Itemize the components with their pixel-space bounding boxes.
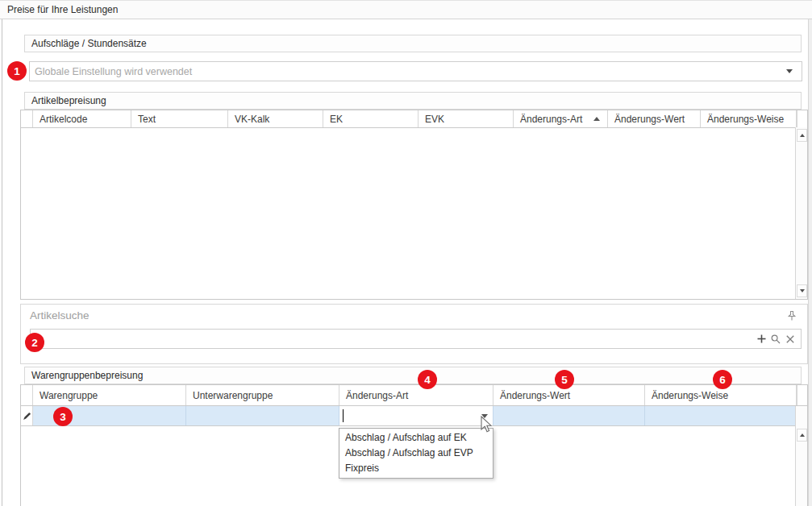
column-header-vk-kalk[interactable]: VK-Kalk <box>228 110 323 127</box>
column-header-aenderungs-weise[interactable]: Änderungs-Weise <box>701 110 797 127</box>
table-row[interactable] <box>21 406 797 426</box>
column-header-artikelcode[interactable]: Artikelcode <box>33 110 131 127</box>
mouse-cursor-icon <box>481 416 492 433</box>
cell-aenderungs-weise[interactable] <box>645 406 797 425</box>
chevron-down-icon[interactable] <box>786 69 793 73</box>
article-search-box <box>30 329 802 349</box>
scrollbar-header-cell <box>797 110 807 127</box>
scroll-up-button[interactable] <box>797 129 807 142</box>
article-search-panel: Artikelsuche <box>20 304 808 364</box>
row-edit-indicator[interactable] <box>21 406 33 425</box>
column-header-aenderungs-art[interactable]: Änderungs-Art <box>339 385 493 405</box>
cell-unterwarengruppe[interactable] <box>186 406 339 425</box>
aenderungs-art-dropdown-list: Abschlag / Aufschlag auf EK Abschlag / A… <box>339 428 493 479</box>
column-header-evk[interactable]: EVK <box>418 110 514 127</box>
column-header-aenderungs-art[interactable]: Änderungs-Art <box>514 110 608 127</box>
cell-aenderungs-wert[interactable] <box>493 406 645 425</box>
annotation-badge-6: 6 <box>713 370 732 389</box>
section-header-article-pricing: Artikelbepreisung <box>24 92 802 110</box>
scroll-up-icon <box>800 134 805 137</box>
column-header-warengruppe[interactable]: Warengruppe <box>33 385 186 405</box>
scroll-up-icon <box>800 433 805 437</box>
section-header-surcharges: Aufschläge / Stundensätze <box>24 35 802 52</box>
dropdown-option-fixpreis[interactable]: Fixpreis <box>339 461 493 476</box>
group-pricing-table-header: Warengruppe Unterwarengruppe Änderungs-A… <box>21 385 807 406</box>
column-header-text[interactable]: Text <box>131 110 228 127</box>
right-gutter <box>808 19 812 506</box>
section-header-group-pricing: Warengruppenbepreisung <box>24 367 802 384</box>
section-header-article-search: Artikelsuche <box>30 309 90 321</box>
column-header-aenderungs-wert[interactable]: Änderungs-Wert <box>608 110 701 127</box>
row-selector-header-cell <box>21 110 33 127</box>
annotation-badge-5: 5 <box>555 370 574 389</box>
global-setting-combobox[interactable]: Globale Einstellung wird verwendet <box>29 61 802 81</box>
sort-ascending-icon <box>593 117 600 121</box>
annotation-badge-1: 1 <box>7 61 27 81</box>
dropdown-option-evp[interactable]: Abschlag / Aufschlag auf EVP <box>339 446 493 461</box>
scrollbar-header-cell <box>797 385 807 405</box>
dropdown-option-ek[interactable]: Abschlag / Aufschlag auf EK <box>339 430 493 446</box>
article-pricing-table-header: Artikelcode Text VK-Kalk EK EVK Änderung… <box>21 110 807 128</box>
vertical-scrollbar[interactable] <box>795 406 807 506</box>
text-caret <box>343 409 344 422</box>
panel-left-border <box>2 19 2 506</box>
article-search-input[interactable] <box>31 330 754 348</box>
scroll-down-icon <box>800 289 805 292</box>
scroll-down-button[interactable] <box>797 284 807 297</box>
annotation-badge-2: 2 <box>25 333 44 352</box>
add-icon[interactable] <box>754 330 768 348</box>
article-pricing-table: Artikelcode Text VK-Kalk EK EVK Änderung… <box>20 110 808 300</box>
row-selector-header-cell <box>21 385 33 405</box>
column-header-unterwarengruppe[interactable]: Unterwarengruppe <box>186 385 339 405</box>
annotation-badge-4: 4 <box>418 370 437 389</box>
vertical-scrollbar[interactable] <box>795 127 807 299</box>
column-header-label: Änderungs-Art <box>520 114 582 125</box>
pencil-icon <box>23 412 31 421</box>
clear-icon[interactable] <box>783 330 797 348</box>
scroll-up-button[interactable] <box>797 429 807 442</box>
cell-aenderungs-art-editor[interactable] <box>339 406 493 425</box>
pin-icon[interactable] <box>787 310 797 324</box>
column-header-ek[interactable]: EK <box>323 110 418 127</box>
page-title: Preise für Ihre Leistungen <box>0 0 812 19</box>
annotation-badge-3: 3 <box>53 407 73 426</box>
search-icon[interactable] <box>768 330 783 348</box>
column-header-aenderungs-wert[interactable]: Änderungs-Wert <box>493 385 645 405</box>
combobox-placeholder: Globale Einstellung wird verwendet <box>30 66 786 77</box>
